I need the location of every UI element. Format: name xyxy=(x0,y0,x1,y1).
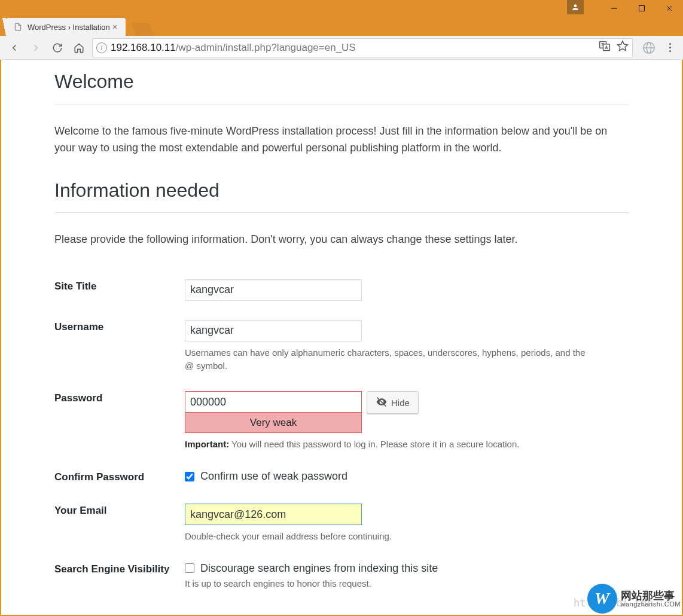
confirm-weak-label: Confirm use of weak password xyxy=(200,470,347,483)
close-icon[interactable]: × xyxy=(110,22,120,32)
watermark-badge: W xyxy=(587,584,617,614)
url-host: 192.168.10.11 xyxy=(111,42,176,54)
search-visibility-help: It is up to search engines to honor this… xyxy=(185,577,591,590)
tab-strip: WordPress › Installation × xyxy=(0,16,683,36)
email-input[interactable] xyxy=(185,504,362,525)
watermark-en: wangzhanshi.COM xyxy=(621,601,681,608)
confirm-weak-checkbox[interactable] xyxy=(185,472,194,481)
window-titlebar xyxy=(0,0,683,16)
reload-button[interactable] xyxy=(49,39,66,56)
file-icon xyxy=(13,22,23,32)
tab-title: WordPress › Installation xyxy=(28,23,110,32)
confirm-password-label: Confirm Password xyxy=(54,461,185,494)
email-help: Double-check your email address before c… xyxy=(185,530,591,543)
svg-rect-1 xyxy=(639,5,645,11)
browser-toolbar: i 192.168.10.11/wp-admin/install.php?lan… xyxy=(0,36,683,60)
maximize-button[interactable] xyxy=(628,0,655,16)
username-label: Username xyxy=(54,310,185,382)
home-button[interactable] xyxy=(71,39,87,56)
search-visibility-text: Discourage search engines from indexing … xyxy=(200,562,438,575)
close-button[interactable] xyxy=(655,0,683,16)
translate-icon[interactable] xyxy=(599,40,611,55)
watermark-cn: 网站那些事 xyxy=(621,590,681,601)
subintro-text: Please provide the following information… xyxy=(54,233,629,246)
username-input[interactable] xyxy=(185,320,362,341)
install-form: Site Title Username Usernames can have o… xyxy=(54,270,629,600)
site-title-input[interactable] xyxy=(185,279,362,301)
info-icon[interactable]: i xyxy=(96,42,107,53)
bookmark-star-icon[interactable] xyxy=(617,40,629,55)
svg-marker-6 xyxy=(618,41,628,51)
menu-button[interactable] xyxy=(663,41,677,55)
hide-password-button[interactable]: Hide xyxy=(367,391,419,414)
username-help: Usernames can have only alphanumeric cha… xyxy=(185,346,591,373)
password-input[interactable] xyxy=(185,391,362,413)
back-button[interactable] xyxy=(6,39,23,56)
site-title-label: Site Title xyxy=(54,270,185,310)
watermark-logo: W 网站那些事 wangzhanshi.COM xyxy=(587,584,681,614)
heading-welcome: Welcome xyxy=(54,71,629,105)
globe-icon[interactable] xyxy=(642,41,655,54)
svg-rect-5 xyxy=(603,44,610,51)
minimize-button[interactable] xyxy=(600,0,628,16)
user-badge-icon[interactable] xyxy=(567,0,584,14)
new-tab-button[interactable] xyxy=(132,23,154,36)
hide-label: Hide xyxy=(391,398,410,408)
browser-tab[interactable]: WordPress › Installation × xyxy=(6,18,126,36)
eye-off-icon xyxy=(376,396,388,410)
password-important: Important: You will need this password t… xyxy=(185,438,591,451)
password-label: Password xyxy=(54,382,185,461)
forward-button[interactable] xyxy=(28,39,44,56)
address-bar[interactable]: i 192.168.10.11/wp-admin/install.php?lan… xyxy=(92,38,633,57)
email-label: Your Email xyxy=(54,494,185,553)
page-content: Welcome Welcome to the famous five-minut… xyxy=(54,60,629,615)
heading-information: Information needed xyxy=(54,179,629,213)
search-visibility-label: Search Engine Visibility xyxy=(54,553,185,600)
intro-text: Welcome to the famous five-minute WordPr… xyxy=(54,123,629,157)
url-path: /wp-admin/install.php?language=en_US xyxy=(176,42,356,54)
password-strength: Very weak xyxy=(185,413,362,433)
page-viewport[interactable]: Welcome Welcome to the famous five-minut… xyxy=(1,60,682,615)
search-visibility-checkbox[interactable] xyxy=(185,563,194,573)
